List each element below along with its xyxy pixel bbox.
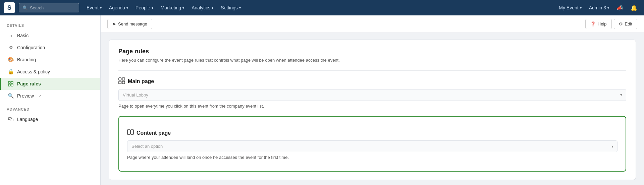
sidebar-item-branding[interactable]: 🎨 Branding [0, 54, 100, 66]
page-rules-card: Page rules Here you can configure the ev… [109, 40, 636, 180]
sidebar-item-page-rules[interactable]: Page rules [0, 78, 100, 90]
top-navigation: S 🔍 Search Event▾ Agenda▾ People▾ Market… [0, 0, 644, 15]
sidebar-item-label: Basic [17, 33, 29, 38]
search-eye-icon: 🔍 [8, 93, 14, 99]
nav-event[interactable]: Event▾ [83, 3, 105, 12]
nav-agenda[interactable]: Agenda▾ [106, 3, 131, 12]
sidebar-item-label: Preview [17, 93, 34, 99]
main-page-select[interactable]: Virtual Lobby [118, 89, 626, 101]
palette-icon: 🎨 [8, 57, 14, 63]
help-button[interactable]: ❓ Help [585, 19, 612, 29]
svg-rect-3 [11, 84, 13, 86]
edit-button[interactable]: ⚙ Edit [614, 19, 637, 29]
content-page-hint: Page where your attendee will land on on… [127, 154, 618, 161]
edit-icon: ⚙ [619, 21, 623, 26]
lock-icon: 🔒 [8, 69, 14, 75]
sidebar-item-preview[interactable]: 🔍 Preview ↗ [0, 90, 100, 102]
svg-rect-6 [119, 78, 121, 80]
sidebar-section-details: DETAILS [0, 21, 100, 29]
nav-right: My Event▾ Admin 3▾ 📣 🔔 [556, 3, 640, 12]
sidebar: DETAILS ○ Basic ⚙ Configuration 🎨 Brandi… [0, 15, 101, 185]
help-icon: ❓ [590, 21, 596, 26]
megaphone-icon[interactable]: 📣 [614, 3, 626, 12]
content-page-select[interactable]: Select an option [127, 140, 618, 152]
content-page-card: Content page Select an option ▾ Page whe… [118, 116, 626, 172]
divider [118, 70, 626, 71]
search-icon: 🔍 [22, 5, 28, 10]
action-bar: ➤ Send message ❓ Help ⚙ Edit [101, 15, 644, 33]
sidebar-item-access-policy[interactable]: 🔒 Access & policy [0, 66, 100, 78]
circle-icon: ○ [8, 33, 14, 39]
svg-rect-11 [131, 130, 133, 134]
bell-icon[interactable]: 🔔 [628, 3, 640, 12]
svg-rect-7 [122, 78, 125, 80]
svg-rect-8 [119, 81, 121, 84]
content-page-section-header: Content page [127, 129, 618, 137]
sidebar-item-label: Configuration [17, 45, 45, 50]
sidebar-section-advanced: ADVANCED [0, 105, 100, 113]
nav-items: Event▾ Agenda▾ People▾ Marketing▾ Analyt… [83, 3, 244, 12]
sidebar-item-configuration[interactable]: ⚙ Configuration [0, 42, 100, 54]
content-page-select-wrapper: Select an option ▾ [127, 140, 618, 152]
main-page-hint: Page to open everytime you click on this… [118, 103, 626, 110]
external-link-icon: ↗ [39, 94, 42, 98]
sidebar-item-label: Language [17, 117, 38, 122]
nav-analytics[interactable]: Analytics▾ [188, 3, 217, 12]
pages-icon [8, 81, 14, 87]
main-page-title: Main page [128, 78, 154, 84]
send-icon: ➤ [112, 21, 116, 26]
main-layout: DETAILS ○ Basic ⚙ Configuration 🎨 Brandi… [0, 15, 644, 185]
card-subtitle: Here you can configure the event page ru… [118, 57, 626, 64]
search-placeholder: Search [30, 5, 44, 10]
svg-rect-5 [10, 119, 13, 121]
app-logo[interactable]: S [4, 2, 15, 13]
nav-settings[interactable]: Settings▾ [217, 3, 244, 12]
sidebar-item-label: Page rules [17, 81, 41, 86]
sidebar-item-language[interactable]: Language [0, 113, 100, 125]
main-page-section-header: Main page [118, 77, 626, 86]
admin-menu[interactable]: Admin 3▾ [586, 4, 612, 12]
main-content: ➤ Send message ❓ Help ⚙ Edit Page rules … [101, 15, 644, 185]
sidebar-item-label: Access & policy [17, 69, 50, 74]
nav-marketing[interactable]: Marketing▾ [157, 3, 187, 12]
nav-people[interactable]: People▾ [132, 3, 157, 12]
svg-rect-9 [122, 81, 125, 84]
action-right-buttons: ❓ Help ⚙ Edit [585, 19, 637, 29]
search-box[interactable]: 🔍 Search [19, 3, 79, 12]
my-event-menu[interactable]: My Event▾ [556, 4, 584, 12]
content-page-title: Content page [137, 130, 171, 136]
grid-icon [118, 77, 125, 86]
card-title: Page rules [118, 48, 626, 55]
sidebar-item-label: Branding [17, 57, 36, 62]
send-message-button[interactable]: ➤ Send message [107, 19, 152, 29]
svg-rect-2 [8, 84, 10, 86]
svg-rect-0 [8, 81, 10, 83]
sidebar-item-basic[interactable]: ○ Basic [0, 29, 100, 42]
content-area: Page rules Here you can configure the ev… [101, 33, 644, 185]
book-open-icon [127, 129, 134, 137]
language-icon [8, 116, 14, 122]
svg-rect-10 [127, 130, 130, 134]
gear-icon: ⚙ [8, 45, 14, 51]
main-page-select-wrapper: Virtual Lobby ▾ [118, 89, 626, 101]
svg-rect-1 [11, 81, 13, 83]
